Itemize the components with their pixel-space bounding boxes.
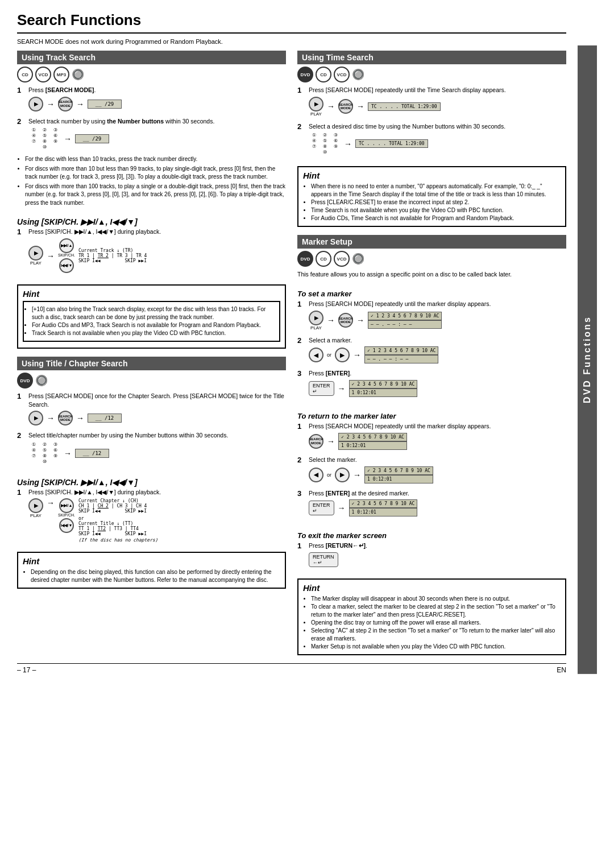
rm-display3: ✓ 2 3 4 5 6 7 8 9 10 AC: [349, 499, 418, 508]
next-btn: ▶: [335, 348, 350, 362]
search-btn5: SEARCHMODE: [309, 434, 323, 449]
bullet-item: For discs with more than 10 but less tha…: [25, 165, 286, 181]
time-display2: TC . . . . TOTAL 1:29:00: [355, 139, 428, 148]
hint1-box: Hint [+10] can also bring the Track sear…: [17, 284, 286, 349]
track-labels: Current Track ↓ (TR) TR 1 | TR 2 | TR 3 …: [78, 248, 147, 263]
cd-disc-icon: CD: [17, 67, 33, 82]
search-btn3: SEARCHMODE: [338, 99, 353, 114]
skip-ch-2-section: Using [SKIP/CH. ▶▶I/▲, I◀◀/▼] 1 Press [S…: [17, 476, 286, 546]
vcd-icon: VCD: [334, 67, 350, 82]
rm-display2: ✓ 2 3 4 5 6 7 8 9 10 AC: [364, 466, 433, 475]
tc-display2: __ /12: [75, 449, 109, 458]
hint-marker-item: Selecting "AC" at step 2 in the section …: [311, 627, 561, 643]
tc-step1-diagram: ▶ → SEARCHMODE → __ /12: [28, 411, 286, 425]
page-number: – 17 –: [17, 666, 36, 674]
time-step2-text: Select a desired disc time by using the …: [309, 122, 566, 131]
time-display1: TC . . . . TOTAL 1:29:00: [368, 102, 441, 111]
title-chapter-step1: 1 Press [SEARCH MODE] once for the Chapt…: [17, 392, 286, 428]
dvd-icon2: DVD: [297, 251, 313, 267]
step2-text: Select track number by using the Number …: [28, 117, 286, 126]
vcd-icon2: VCD: [334, 251, 350, 267]
arrow-icon3: →: [64, 134, 72, 143]
hint-marker-item: Marker Setup is not available when you p…: [311, 643, 561, 651]
dvd-functions-tab: DVD Functions: [578, 46, 597, 674]
hint-time-item: Time Search is not available when you pl…: [311, 206, 561, 214]
search-mode-button-icon: SEARCHMODE: [58, 97, 73, 111]
track-search-step1: 1 Press [SEARCH MODE]. ▶ → SEARCHMODE → …: [17, 86, 286, 114]
number-grid3: ①②③ ④⑤⑥ ⑦⑧⑨ ⑩: [309, 133, 341, 155]
step1-diagram: ▶ → SEARCHMODE → __ /29: [28, 97, 286, 111]
skip-ch-1-header: Using [SKIP/CH. ▶▶I/▲, I◀◀/▼]: [17, 217, 286, 226]
play-col: ▶ PLAY: [28, 246, 43, 266]
hint1-item: For Audio CDs and MP3, Track Search is n…: [32, 321, 275, 329]
disc-player-icon4: 🔘: [352, 253, 364, 265]
tc-display1: __ /12: [88, 414, 122, 423]
title-chapter-header: Using Title / Chapter Search: [17, 357, 286, 370]
intro-text: SEARCH MODE does not work during Program…: [17, 38, 566, 45]
step2-display: __ /29: [75, 134, 109, 143]
hint-time-item: When there is no need to enter a number,…: [311, 183, 561, 199]
time-step2: 2 Select a desired disc time by using th…: [297, 122, 566, 158]
rm-display1b: 1 0:12:01: [338, 441, 407, 450]
play-btn4: ▶: [309, 97, 323, 111]
hint-time-title: Hint: [303, 171, 561, 180]
return-step3: 3 Press [ENTER] at the desired marker. E…: [297, 489, 566, 519]
track-search-section: Using Track Search CD VCD MP3 🔘 1 Press …: [17, 51, 286, 209]
hint-marker-box: Hint The Marker display will disappear i…: [297, 578, 566, 655]
title-chapter-step2: 2 Select title/chapter number by using t…: [17, 431, 286, 466]
set-marker-title: To set a marker: [297, 290, 566, 298]
skip-ch-2-header: Using [SKIP/CH. ▶▶I/▲, I◀◀/▼]: [17, 478, 286, 487]
sm-display1: ✓ 1 2 3 4 5 6 7 8 9 10 AC: [368, 312, 442, 320]
arrow-icon2: →: [76, 100, 84, 109]
sm-step1-text: Press [SEARCH MODE] repeatedly until the…: [309, 300, 566, 308]
set-marker-step1: 1 Press [SEARCH MODE] repeatedly until t…: [297, 300, 566, 333]
time-search-discs: DVD CD VCD 🔘: [297, 67, 566, 82]
step2-num: 2: [17, 431, 25, 440]
mp3-disc-icon: MP3: [53, 67, 69, 82]
disc-player-icon: 🔘: [72, 68, 84, 81]
enter-btn-icon: ENTER↵: [309, 381, 334, 396]
sm-display3: ✓ 2 3 4 5 6 7 8 9 10 AC: [349, 380, 418, 388]
hint-marker-title: Hint: [303, 583, 561, 593]
hint2-item: Depending on the disc being played, this…: [31, 568, 280, 584]
return-btn-icon: RETURN←↵: [309, 552, 338, 567]
bottom-bar: – 17 – EN: [17, 663, 566, 674]
skip-ch-step1: 1 Press [SKIP/CH. ▶▶I/▲, I◀◀/▼] during p…: [17, 228, 286, 275]
dvd-disc-icon: DVD: [17, 373, 33, 388]
play-btn5: ▶: [309, 311, 323, 325]
title-chapter-discs: DVD 🔘: [17, 373, 286, 388]
skip-prev-btn2: ▶▶I/▲: [59, 498, 74, 513]
sm-display3b: 1 0:12:01: [349, 388, 418, 397]
track-search-header: Using Track Search: [17, 51, 286, 64]
hint2-title: Hint: [23, 556, 280, 566]
sm-display2b: – – . – – : – –: [364, 355, 438, 363]
sm-step2-text: Select a marker.: [309, 336, 566, 345]
exit-step1: 1 Press [RETURN←↵]. RETURN←↵: [297, 542, 566, 569]
hint-time-list: When there is no need to enter a number,…: [303, 183, 561, 222]
rm-display2b: 1 0:12:01: [364, 475, 433, 483]
hint1-title: Hint: [23, 289, 280, 299]
search-btn2: SEARCHMODE: [58, 411, 73, 425]
tc-step2-diagram: ①②③ ④⑤⑥ ⑦⑧⑨ ⑩ → __ /12: [28, 442, 286, 464]
time-step1: 1 Press [SEARCH MODE] repeatedly until t…: [297, 86, 566, 119]
tc-step1-text: Press [SEARCH MODE] once for the Chapter…: [28, 392, 286, 408]
cd-icon: CD: [316, 67, 331, 82]
hint-time-item: Press [CLEAR/C.RESET] to erase the incor…: [311, 199, 561, 206]
time-step1-text: Press [SEARCH MODE] repeatedly until the…: [309, 86, 566, 94]
rm-step1-text: Press [SEARCH MODE] repeatedly until the…: [309, 422, 566, 431]
skip-diagram: ▶ PLAY → ▶▶I/▲ SKIP/CH. I◀◀/▼: [28, 238, 286, 273]
title-chapter-section: Using Title / Chapter Search DVD 🔘 1 Pre…: [17, 357, 286, 470]
sm-display2: ✓ 1 2 3 4 5 6 7 8 9 10 AC: [364, 346, 438, 355]
hint1-list: [+10] can also bring the Track search di…: [23, 301, 280, 342]
play-button-icon: ▶: [28, 97, 43, 111]
return-step1: 1 Press [SEARCH MODE] repeatedly until t…: [297, 422, 566, 452]
tc-step2-text: Select title/chapter number by using the…: [28, 431, 286, 440]
time-search-header: Using Time Search: [297, 51, 566, 64]
disc-player-icon3: 🔘: [352, 68, 364, 81]
skip-next-btn: I◀◀/▼: [59, 258, 74, 273]
sm-step3-text: Press [ENTER].: [309, 369, 566, 378]
prev-btn2: ◀: [309, 468, 323, 482]
return-marker-section: To return to the marker later 1 Press [S…: [297, 408, 566, 522]
hint-marker-item: To clear a marker, select the marker to …: [311, 603, 561, 619]
arrow-icon: →: [47, 100, 55, 109]
